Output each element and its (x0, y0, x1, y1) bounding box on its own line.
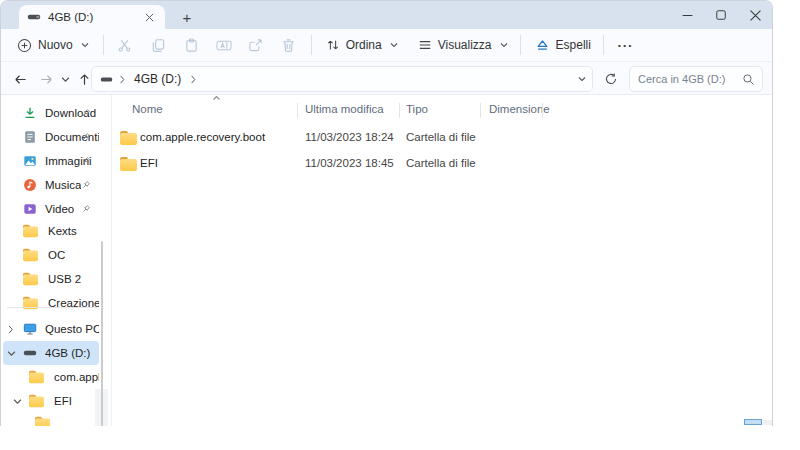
sort-button[interactable]: Ordina (318, 32, 406, 58)
chevron-down-icon (500, 42, 508, 48)
chevron-right-icon[interactable] (7, 325, 14, 334)
back-icon[interactable] (9, 68, 31, 90)
folder-icon (23, 225, 38, 237)
column-header-row: Nome Ultima modifica Tipo Dimensione (112, 97, 772, 123)
sidebar-item-efi[interactable]: EFI (3, 389, 99, 413)
column-separator[interactable] (480, 103, 481, 118)
sidebar-item-questo-pc[interactable]: Questo PC (3, 317, 99, 341)
column-separator[interactable] (297, 103, 298, 118)
music-icon (23, 178, 37, 192)
video-icon (23, 202, 37, 216)
sort-arrows-icon (326, 38, 340, 52)
new-plus-icon (17, 38, 32, 53)
new-tab-button[interactable]: + (177, 7, 197, 27)
pin-icon (81, 108, 91, 118)
window-body: Download Documenti Immagini (1, 95, 772, 426)
chevron-down-icon[interactable] (7, 350, 16, 357)
document-icon (23, 130, 37, 144)
sidebar-item-creazione-hackintosh[interactable]: Creazione hacki (3, 291, 99, 315)
clipped-text (60, 426, 96, 427)
sidebar-item-usb2[interactable]: USB 2 (3, 267, 99, 291)
folder-icon (120, 157, 137, 171)
more-options-button[interactable]: ••• (610, 41, 642, 50)
search-box[interactable] (629, 66, 763, 92)
sidebar-item-download[interactable]: Download (3, 101, 99, 125)
search-icon (742, 73, 755, 86)
chevron-down-icon[interactable] (13, 398, 22, 405)
sidebar-item-oc[interactable]: OC (3, 243, 99, 267)
forward-icon[interactable] (35, 68, 57, 90)
tab-close-icon[interactable] (141, 9, 157, 25)
paste-icon[interactable] (179, 32, 205, 58)
column-header-dimensione[interactable]: Dimensione (489, 103, 550, 115)
history-chevron-icon[interactable] (57, 68, 73, 90)
file-explorer-window: 4GB (D:) + Nuovo (0, 0, 773, 426)
refresh-icon[interactable] (600, 68, 622, 90)
column-separator[interactable] (399, 103, 400, 118)
sidebar-item-4gb-drive[interactable]: 4GB (D:) (3, 341, 99, 365)
sidebar-item-pictures[interactable]: Immagini (3, 149, 99, 173)
sidebar-item-videos[interactable]: Video (3, 197, 99, 221)
computer-icon (23, 322, 37, 336)
toolbar-separator (103, 35, 104, 55)
folder-icon (23, 249, 38, 261)
tab-4gb-drive[interactable]: 4GB (D:) (19, 5, 165, 29)
toolbar-separator (603, 35, 604, 55)
sidebar-item-music[interactable]: Musica (3, 173, 99, 197)
column-header-ultima-modifica[interactable]: Ultima modifica (305, 103, 384, 115)
sidebar-item-documents[interactable]: Documenti (3, 125, 99, 149)
copy-icon[interactable] (146, 32, 172, 58)
cut-icon[interactable] (112, 32, 138, 58)
file-row-com-apple-recovery-boot[interactable]: com.apple.recovery.boot 11/03/2023 18:24… (112, 125, 762, 151)
sidebar-scrollbar[interactable] (101, 389, 103, 426)
download-icon (23, 106, 37, 120)
view-label: Visualizza (438, 38, 492, 52)
address-row: 4GB (D:) (1, 62, 772, 95)
search-input[interactable] (638, 73, 736, 85)
maximize-button[interactable] (704, 1, 738, 29)
file-list-pane: Nome Ultima modifica Tipo Dimensione com… (111, 95, 772, 426)
toolbar-separator (520, 35, 521, 55)
sidebar-item-clipped[interactable] (3, 411, 99, 426)
horizontal-scrollbar-fragment[interactable] (744, 419, 762, 425)
navigation-pane: Download Documenti Immagini (1, 95, 109, 426)
sidebar-item-com-apple-recovery[interactable]: com.apple.rec (3, 365, 99, 389)
delete-icon[interactable] (276, 32, 302, 58)
view-lines-icon (418, 38, 432, 52)
breadcrumb-drive[interactable]: 4GB (D:) (131, 71, 184, 87)
address-bar[interactable]: 4GB (D:) (91, 66, 593, 92)
column-header-tipo[interactable]: Tipo (406, 103, 428, 115)
chevron-down-icon (81, 42, 89, 48)
sidebar-divider (7, 307, 97, 308)
drive-icon (27, 10, 41, 24)
drive-icon (23, 346, 37, 360)
eject-button[interactable]: Espelli (527, 32, 599, 58)
drive-icon (100, 73, 113, 86)
new-label: Nuovo (38, 38, 73, 52)
minimize-button[interactable] (670, 1, 704, 29)
breadcrumb-chevron-icon (119, 75, 125, 84)
share-icon[interactable] (243, 32, 269, 58)
pin-icon (81, 132, 91, 142)
sort-ascending-icon (212, 95, 221, 101)
view-button[interactable]: Visualizza (410, 32, 516, 58)
chevron-down-icon (390, 42, 398, 48)
column-header-nome[interactable]: Nome (132, 103, 163, 115)
rename-icon[interactable] (211, 32, 237, 58)
pin-icon (81, 156, 91, 166)
pin-icon (81, 204, 91, 214)
pin-icon (81, 180, 91, 190)
sidebar-item-kexts[interactable]: Kexts (3, 219, 99, 243)
folder-icon (29, 371, 44, 383)
folder-icon (29, 395, 44, 407)
eject-label: Espelli (556, 38, 591, 52)
new-button[interactable]: Nuovo (9, 32, 97, 58)
close-button[interactable] (738, 1, 772, 29)
toolbar-separator (311, 35, 312, 55)
address-dropdown-chevron-icon[interactable] (578, 76, 586, 82)
folder-icon (120, 131, 137, 145)
column-separator[interactable] (542, 103, 543, 118)
file-row-efi[interactable]: EFI 11/03/2023 18:45 Cartella di file (112, 151, 762, 177)
command-toolbar: Nuovo Ordina (1, 29, 772, 62)
folder-icon (35, 417, 50, 426)
